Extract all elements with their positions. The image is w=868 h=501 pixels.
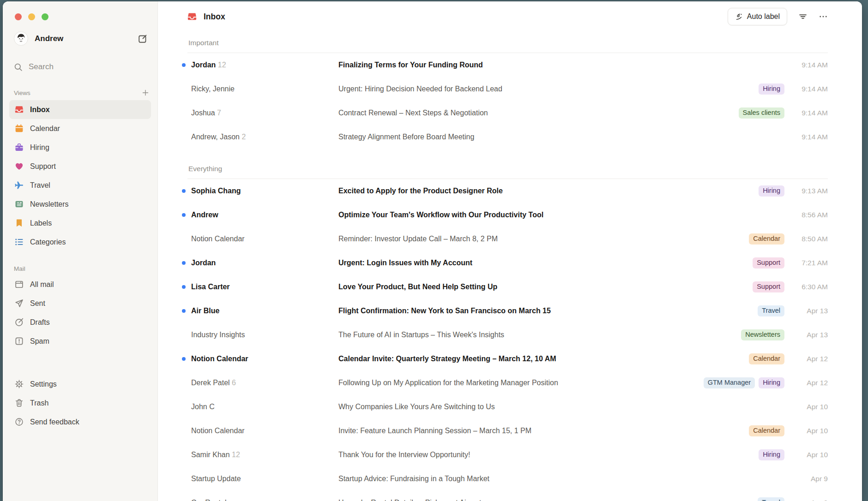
email-tags: Calendar (749, 233, 784, 245)
sidebar-item-labels[interactable]: Labels (9, 214, 151, 233)
avatar[interactable] (14, 31, 28, 46)
email-row[interactable]: AndrewOptimize Your Team's Workflow with… (187, 203, 828, 227)
email-row[interactable]: Andrew, Jason 2Strategy Alignment Before… (187, 125, 828, 149)
email-subject: Finalizing Terms for Your Funding Round (338, 61, 787, 69)
sidebar-item-label: Trash (30, 399, 48, 407)
email-row[interactable]: John CWhy Companies Like Yours Are Switc… (187, 395, 828, 419)
section-title: Everything (187, 149, 828, 179)
email-row[interactable]: Samir Khan 12Thank You for the Interview… (187, 443, 828, 467)
email-sender: Startup Update (191, 475, 338, 483)
email-subject: Flight Confirmation: New York to San Fra… (338, 307, 755, 315)
email-subject: Invite: Feature Launch Planning Session … (338, 427, 746, 435)
sidebar-item-calendar[interactable]: Calendar (9, 119, 151, 138)
tag-hiring[interactable]: Hiring (759, 84, 784, 95)
email-row[interactable]: JordanUrgent: Login Issues with My Accou… (187, 251, 828, 275)
sidebar-item-label: Settings (30, 380, 57, 388)
email-time: 9:14 AM (787, 109, 828, 117)
auto-label-icon (735, 13, 743, 21)
thread-count: 7 (215, 109, 221, 117)
email-row[interactable]: Car RentalUpgrade: Rental Details – Pick… (187, 491, 828, 501)
tag-travel[interactable]: Travel (758, 497, 784, 501)
close-window-button[interactable] (15, 13, 22, 20)
email-time: Apr 13 (787, 331, 828, 339)
sidebar-item-support[interactable]: Support (9, 157, 151, 176)
sidebar-footer-nav: SettingsTrashSend feedback (9, 375, 151, 431)
email-row[interactable]: Lisa CarterLove Your Product, But Need H… (187, 275, 828, 299)
tag-gtm-manager[interactable]: GTM Manager (704, 377, 755, 388)
minimize-window-button[interactable] (28, 13, 35, 20)
user-name[interactable]: Andrew (35, 34, 131, 43)
email-tags: Hiring (759, 449, 784, 460)
thread-count: 12 (230, 451, 240, 459)
plane-icon (15, 181, 24, 190)
email-row[interactable]: Jordan 12Finalizing Terms for Your Fundi… (187, 53, 828, 77)
tag-hiring[interactable]: Hiring (759, 377, 784, 388)
email-row[interactable]: Startup UpdateStartup Advice: Fundraisin… (187, 467, 828, 491)
email-subject: Following Up on My Application for the M… (338, 379, 701, 387)
unread-dot (182, 63, 186, 67)
email-sender: Notion Calendar (191, 427, 338, 435)
sidebar-item-label: All mail (30, 280, 54, 289)
search-input[interactable]: Search (9, 60, 151, 74)
email-row[interactable]: Notion CalendarReminder: Investor Update… (187, 227, 828, 251)
tag-support[interactable]: Support (753, 257, 784, 268)
sidebar-item-hiring[interactable]: Hiring (9, 138, 151, 157)
email-row[interactable]: Air BlueFlight Confirmation: New York to… (187, 299, 828, 323)
sidebar-item-label: Support (30, 162, 56, 171)
email-sender: Air Blue (191, 307, 338, 315)
tag-calendar[interactable]: Calendar (749, 233, 784, 245)
email-subject: Love Your Product, But Need Help Setting… (338, 283, 750, 291)
email-sender: Derek Patel 6 (191, 379, 338, 387)
email-row[interactable]: Industry InsightsThe Future of AI in Sta… (187, 323, 828, 347)
tag-calendar[interactable]: Calendar (749, 353, 784, 364)
email-sender: Industry Insights (191, 331, 338, 339)
section-title: Important (187, 32, 828, 53)
email-sender: Samir Khan 12 (191, 451, 338, 459)
sidebar-item-inbox[interactable]: Inbox (9, 100, 151, 119)
tag-calendar[interactable]: Calendar (749, 425, 784, 436)
thread-count: 2 (240, 133, 246, 141)
app-window: Andrew Search Views InboxCalendarHiringS… (3, 1, 862, 501)
sidebar-item-all-mail[interactable]: All mail (9, 275, 151, 294)
auto-label-button[interactable]: Auto label (728, 8, 787, 25)
sidebar-item-newsletters[interactable]: Newsletters (9, 195, 151, 214)
tag-hiring[interactable]: Hiring (759, 185, 784, 197)
email-tags: Support (753, 257, 784, 268)
more-options-icon[interactable] (819, 12, 828, 21)
tag-newsletters[interactable]: Newsletters (741, 329, 784, 340)
email-tags: Calendar (749, 353, 784, 364)
sidebar-item-label: Inbox (30, 106, 50, 114)
email-tags: Hiring (759, 185, 784, 197)
tag-sales-clients[interactable]: Sales clients (739, 107, 784, 119)
email-time: 6:30 AM (787, 283, 828, 291)
unread-dot (182, 189, 186, 193)
compose-button[interactable] (137, 33, 148, 44)
tag-hiring[interactable]: Hiring (759, 449, 784, 460)
help-icon (15, 418, 24, 426)
filter-icon[interactable] (798, 12, 808, 21)
sidebar-item-categories[interactable]: Categories (9, 233, 151, 251)
email-row[interactable]: Notion CalendarCalendar Invite: Quarterl… (187, 347, 828, 371)
zoom-window-button[interactable] (42, 13, 48, 20)
email-time: 9:14 AM (787, 61, 828, 69)
email-row[interactable]: Sophia ChangExcited to Apply for the Pro… (187, 179, 828, 203)
email-row[interactable]: Ricky, JennieUrgent: Hiring Decision Nee… (187, 77, 828, 101)
sidebar-item-spam[interactable]: Spam (9, 332, 151, 351)
all-mail-icon (15, 280, 24, 289)
sidebar-item-sent[interactable]: Sent (9, 294, 151, 313)
sidebar-item-settings[interactable]: Settings (9, 375, 151, 394)
sidebar-item-drafts[interactable]: Drafts (9, 313, 151, 332)
email-row[interactable]: Notion CalendarInvite: Feature Launch Pl… (187, 419, 828, 443)
email-sender: Andrew, Jason 2 (191, 133, 338, 141)
email-time: 8:50 AM (787, 235, 828, 243)
sidebar-item-travel[interactable]: Travel (9, 176, 151, 195)
views-nav: InboxCalendarHiringSupportTravelNewslett… (9, 100, 151, 251)
tag-travel[interactable]: Travel (758, 305, 784, 316)
bookmark-icon (15, 219, 24, 227)
sidebar-item-send-feedback[interactable]: Send feedback (9, 412, 151, 431)
email-row[interactable]: Derek Patel 6Following Up on My Applicat… (187, 371, 828, 395)
add-view-button[interactable] (141, 88, 150, 97)
email-row[interactable]: Joshua 7Contract Renewal – Next Steps & … (187, 101, 828, 125)
tag-support[interactable]: Support (753, 281, 784, 292)
sidebar-item-trash[interactable]: Trash (9, 394, 151, 412)
